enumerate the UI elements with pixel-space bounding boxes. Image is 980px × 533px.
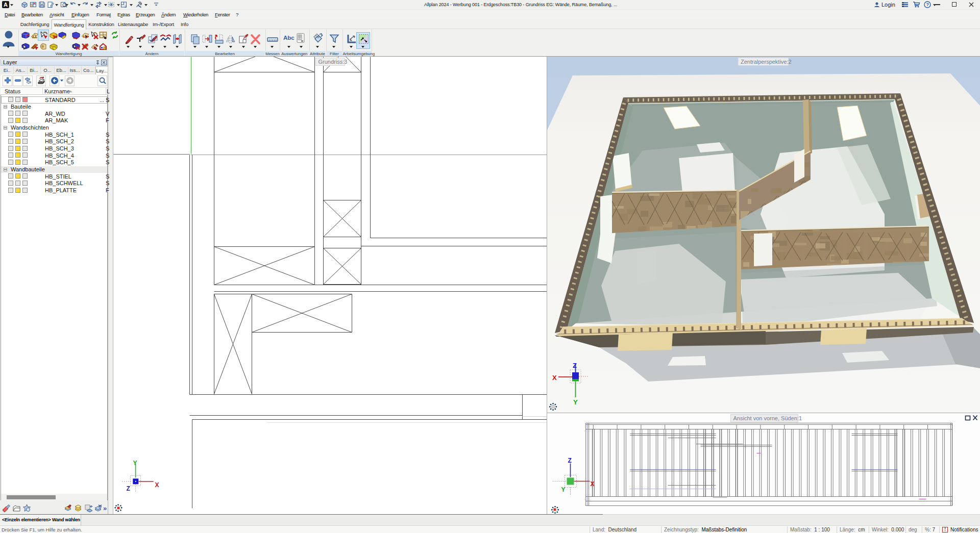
svg-text:Y: Y [133, 460, 137, 467]
svg-text:X: X [155, 481, 159, 489]
svg-text:?: ? [926, 2, 929, 7]
svg-text:Y: Y [561, 486, 566, 493]
svg-text:Z: Z [127, 485, 130, 492]
svg-text:X: X [552, 374, 557, 382]
svg-text:Grundriss:3: Grundriss:3 [318, 59, 348, 65]
svg-text:Ansicht von vorne, Süden:1: Ansicht von vorne, Süden:1 [733, 415, 802, 421]
svg-text:Z: Z [573, 362, 577, 369]
svg-text:X: X [591, 480, 595, 488]
svg-text:Z: Z [568, 457, 572, 464]
svg-text:Zentralperspektive:2: Zentralperspektive:2 [741, 59, 792, 65]
svg-text:Y: Y [573, 398, 578, 406]
